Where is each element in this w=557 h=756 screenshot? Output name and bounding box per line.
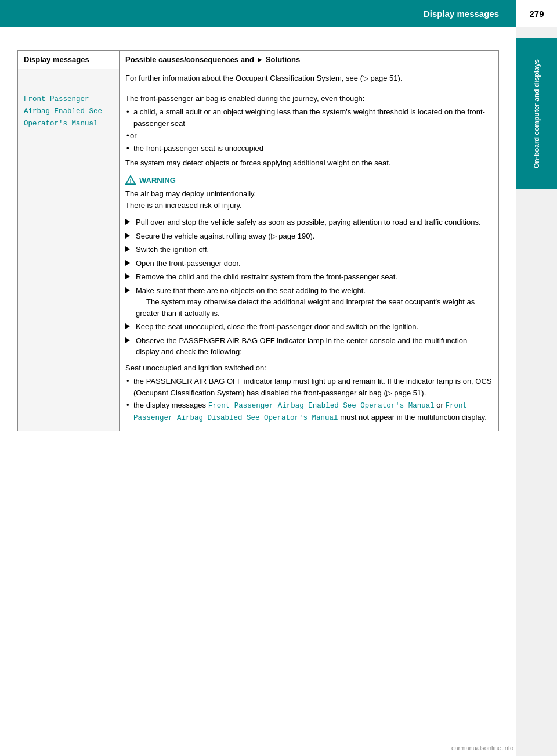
action-item-1: Pull over and stop the vehicle safely as…	[125, 217, 493, 228]
causes-additional: The system may detect objects or forces …	[125, 157, 493, 169]
page-number: 279	[516, 0, 557, 27]
action-list: Pull over and stop the vehicle safely as…	[125, 217, 493, 358]
action-item-4: Open the front-passenger door.	[125, 258, 493, 269]
causes-cell-intro: For further information about the Occupa…	[120, 69, 499, 88]
action-item-3: Switch the ignition off.	[125, 244, 493, 255]
inline-code-1: Front Passenger Airbag Enabled See Opera…	[208, 402, 435, 410]
seat-bullet-2: the display messages Front Passenger Air…	[125, 399, 493, 424]
seat-bullet-list: the PASSENGER AIR BAG OFF indicator lamp…	[125, 376, 493, 424]
website-text: carmanualsonline.info	[451, 744, 513, 751]
warning-block: ! WARNING The air bag may deploy uninten…	[125, 175, 493, 211]
action-arrow-icon	[125, 337, 130, 343]
col-causes-header: Possible causes/consequences and ► Solut…	[120, 51, 499, 69]
bullet-item-or: or	[125, 130, 493, 142]
action-arrow-icon	[125, 323, 130, 329]
action-item-6: Make sure that there are no objects on t…	[125, 285, 493, 319]
solutions-arrow: ►	[256, 55, 263, 64]
sidebar-tab: On-board computer and displays	[516, 38, 557, 189]
info-table: Display messages Possible causes/consequ…	[17, 50, 499, 431]
display-msg-cell-empty	[18, 69, 120, 88]
action-item-5: Remove the child and the child restraint…	[125, 271, 493, 283]
warning-text-1: The air bag may deploy unintentionally.	[125, 188, 493, 200]
warning-header: ! WARNING	[125, 175, 493, 186]
main-content: Display messages Possible causes/consequ…	[0, 27, 516, 449]
warning-label: WARNING	[139, 175, 176, 186]
causes-intro: The front-passenger air bag is enabled d…	[125, 93, 493, 105]
warning-triangle-icon: !	[125, 175, 136, 185]
action-item-7: Keep the seat unoccupied, close the fron…	[125, 321, 493, 333]
warning-text-2: There is an increased risk of injury.	[125, 200, 493, 211]
display-msg-cell-main: Front PassengerAirbag Enabled SeeOperato…	[18, 88, 120, 431]
action-arrow-icon	[125, 273, 130, 279]
action-arrow-icon	[125, 260, 130, 266]
action-arrow-icon	[125, 219, 130, 225]
action-item-6-sub: The system may otherwise detect the addi…	[136, 297, 475, 318]
seat-bullet-1: the PASSENGER AIR BAG OFF indicator lamp…	[125, 376, 493, 398]
header-title: Display messages	[424, 9, 499, 19]
sidebar-tab-label: On-board computer and displays	[532, 59, 542, 168]
header-bar: Display messages 279	[0, 0, 557, 27]
right-sidebar: On-board computer and displays	[516, 27, 557, 756]
website-footer: carmanualsonline.info	[451, 744, 513, 751]
seat-unoccupied-title: Seat unoccupied and ignition switched on…	[125, 362, 493, 374]
action-item-8: Observe the PASSENGER AIR BAG OFF indica…	[125, 335, 493, 358]
action-arrow-icon	[125, 287, 130, 293]
causes-bullet-list: a child, a small adult or an object weig…	[125, 106, 493, 154]
table-row-intro: For further information about the Occupa…	[18, 69, 499, 88]
action-arrow-icon	[125, 233, 130, 239]
col-display-header: Display messages	[18, 51, 120, 69]
table-row-main: Front PassengerAirbag Enabled SeeOperato…	[18, 88, 499, 431]
table-header-row: Display messages Possible causes/consequ…	[18, 51, 499, 69]
display-message-code: Front PassengerAirbag Enabled SeeOperato…	[24, 95, 102, 128]
svg-text:!: !	[130, 178, 132, 184]
action-arrow-icon	[125, 246, 130, 252]
bullet-item-1: a child, a small adult or an object weig…	[125, 106, 493, 129]
causes-cell-main: The front-passenger air bag is enabled d…	[120, 88, 499, 431]
action-item-2: Secure the vehicle against rolling away …	[125, 231, 493, 242]
bullet-item-2: the front-passenger seat is unoccupied	[125, 143, 493, 154]
